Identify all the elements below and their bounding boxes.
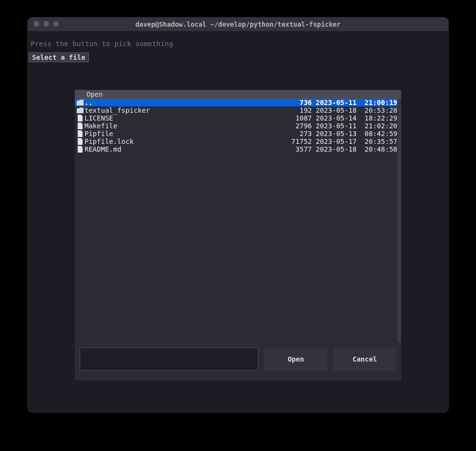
file-row[interactable]: Pipfile2732023-05-1308:42:59 bbox=[75, 130, 401, 138]
file-name: Pipfile bbox=[85, 130, 287, 138]
file-row[interactable]: LICENSE10872023-05-1418:22:29 bbox=[75, 114, 401, 122]
file-date: 2023-05-14 bbox=[316, 114, 360, 122]
app-body: Press the button to pick something Selec… bbox=[28, 31, 448, 62]
file-icon bbox=[76, 122, 85, 129]
file-time: 08:42:59 bbox=[360, 130, 397, 138]
file-name: Pipfile.lock bbox=[85, 138, 287, 145]
file-row[interactable]: Makefile27962023-05-1121:02:20 bbox=[75, 122, 401, 130]
file-name: README.md bbox=[85, 145, 287, 153]
file-icon bbox=[76, 130, 85, 137]
file-date: 2023-05-18 bbox=[316, 106, 360, 114]
file-time: 18:22:29 bbox=[360, 114, 397, 122]
select-file-button[interactable]: Select a file bbox=[29, 52, 89, 62]
file-list[interactable]: ..7362023-05-1121:00:19textual_fspicker1… bbox=[75, 99, 401, 343]
file-name: .. bbox=[85, 99, 287, 106]
file-date: 2023-05-11 bbox=[316, 99, 360, 106]
file-date: 2023-05-18 bbox=[316, 145, 360, 153]
file-size: 3577 bbox=[287, 145, 316, 153]
file-row[interactable]: textual_fspicker1922023-05-1820:53:28 bbox=[75, 106, 401, 114]
window-title: davep@Shadow.local ~/develop/python/text… bbox=[28, 20, 448, 28]
file-time: 20:53:28 bbox=[360, 106, 397, 114]
file-time: 20:48:58 bbox=[360, 145, 397, 153]
svg-rect-1 bbox=[77, 108, 84, 113]
close-window-icon[interactable] bbox=[34, 21, 39, 27]
file-size: 1087 bbox=[287, 114, 316, 122]
window-traffic-lights bbox=[34, 21, 59, 27]
open-button[interactable]: Open bbox=[264, 347, 327, 371]
file-date: 2023-05-13 bbox=[316, 130, 360, 138]
file-name: LICENSE bbox=[85, 114, 287, 122]
folder-icon bbox=[76, 107, 85, 113]
window-titlebar: davep@Shadow.local ~/develop/python/text… bbox=[28, 17, 448, 31]
dialog-title: Open bbox=[75, 90, 401, 99]
dialog-button-row: Open Cancel bbox=[75, 343, 401, 381]
file-icon bbox=[76, 138, 85, 145]
file-size: 273 bbox=[287, 130, 316, 138]
file-icon bbox=[76, 146, 85, 153]
file-date: 2023-05-17 bbox=[316, 138, 360, 145]
cancel-button[interactable]: Cancel bbox=[333, 347, 396, 371]
minimize-window-icon[interactable] bbox=[43, 21, 49, 27]
select-row: Select a file bbox=[28, 52, 448, 62]
file-name: Makefile bbox=[85, 122, 287, 130]
svg-rect-0 bbox=[77, 101, 84, 105]
file-row[interactable]: README.md35772023-05-1820:48:58 bbox=[75, 145, 401, 153]
file-time: 21:02:20 bbox=[360, 122, 397, 130]
file-list-scrollbar[interactable] bbox=[397, 99, 401, 343]
file-date: 2023-05-11 bbox=[316, 122, 360, 130]
file-name: textual_fspicker bbox=[85, 106, 287, 114]
file-size: 192 bbox=[287, 106, 316, 114]
zoom-window-icon[interactable] bbox=[53, 21, 59, 27]
file-row[interactable]: Pipfile.lock717522023-05-1720:35:57 bbox=[75, 138, 401, 145]
folder-icon bbox=[76, 100, 85, 105]
terminal-window: davep@Shadow.local ~/develop/python/text… bbox=[28, 17, 448, 412]
file-icon bbox=[76, 115, 85, 121]
prompt-text: Press the button to pick something bbox=[28, 31, 448, 52]
file-size: 736 bbox=[287, 99, 316, 106]
file-time: 21:00:19 bbox=[360, 99, 397, 106]
file-size: 71752 bbox=[287, 138, 316, 145]
file-row[interactable]: ..7362023-05-1121:00:19 bbox=[75, 99, 401, 106]
open-file-dialog: Open ..7362023-05-1121:00:19textual_fspi… bbox=[75, 90, 401, 381]
filename-input[interactable] bbox=[80, 347, 258, 371]
file-time: 20:35:57 bbox=[360, 138, 397, 145]
file-size: 2796 bbox=[287, 122, 316, 130]
